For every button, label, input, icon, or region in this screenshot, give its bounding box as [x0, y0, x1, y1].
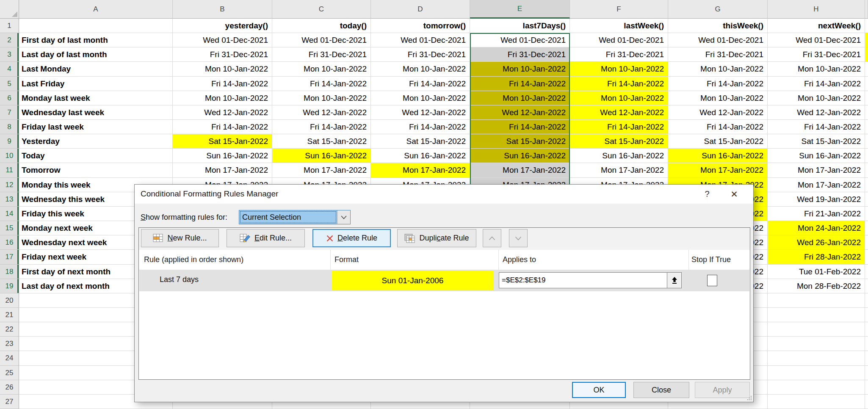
cell-C1[interactable]: today() — [272, 19, 371, 33]
row-header-18[interactable]: 18 — [0, 265, 19, 279]
cell-I13[interactable] — [865, 192, 868, 207]
cell-C9[interactable]: Sat 15-Jan-2022 — [272, 134, 371, 149]
row-header-6[interactable]: 6 — [0, 91, 19, 105]
row-header-17[interactable]: 17 — [0, 250, 19, 265]
collapse-dialog-icon[interactable] — [667, 272, 682, 288]
cell-D8[interactable]: Fri 14-Jan-2022 — [371, 120, 470, 134]
cell-H8[interactable]: Fri 14-Jan-2022 — [768, 120, 865, 134]
cell-B6[interactable]: Mon 10-Jan-2022 — [173, 91, 272, 105]
cell-I25[interactable] — [865, 366, 868, 380]
cell-C10[interactable]: Sun 16-Jan-2022 — [272, 149, 371, 163]
column-header-A[interactable]: A — [19, 0, 173, 19]
cell-H21[interactable] — [768, 308, 865, 322]
cell-F10[interactable]: Sun 16-Jan-2022 — [570, 149, 668, 163]
cell-H16[interactable]: Wed 26-Jan-2022 — [768, 235, 865, 250]
delete-rule-button[interactable]: Delete Rule — [312, 229, 391, 247]
column-header-D[interactable]: D — [371, 0, 470, 19]
row-header-26[interactable]: 26 — [0, 380, 19, 395]
row-header-27[interactable]: 27 — [0, 395, 19, 409]
cell-I21[interactable] — [865, 308, 868, 322]
cell-I15[interactable] — [865, 221, 868, 235]
cell-I24[interactable] — [865, 351, 868, 366]
cell-E2[interactable]: Wed 01-Dec-2021 — [470, 33, 570, 47]
cell-H26[interactable] — [768, 380, 865, 395]
row-header-15[interactable]: 15 — [0, 221, 19, 235]
cell-E5[interactable]: Fri 14-Jan-2022 — [470, 77, 570, 91]
cell-I18[interactable] — [865, 265, 868, 279]
row-header-11[interactable]: 11 — [0, 163, 19, 178]
cell-A10[interactable]: Today — [19, 149, 173, 163]
column-header-H[interactable]: H — [768, 0, 865, 19]
close-button[interactable]: Close — [633, 382, 689, 398]
cell-G1[interactable]: thisWeek() — [668, 19, 768, 33]
cell-E9[interactable]: Sat 15-Jan-2022 — [470, 134, 570, 149]
cell-B2[interactable]: Wed 01-Dec-2021 — [173, 33, 272, 47]
cell-H10[interactable]: Sun 16-Jan-2022 — [768, 149, 865, 163]
cell-H22[interactable] — [768, 322, 865, 337]
row-header-5[interactable]: 5 — [0, 77, 19, 91]
cell-I1[interactable] — [865, 19, 868, 33]
column-header-E[interactable]: E — [470, 0, 570, 19]
cell-H3[interactable]: Fri 31-Dec-2021 — [768, 47, 865, 62]
row-header-7[interactable]: 7 — [0, 105, 19, 120]
cell-I16[interactable] — [865, 235, 868, 250]
select-all-corner[interactable] — [0, 0, 19, 19]
cell-H2[interactable]: Wed 01-Dec-2021 — [768, 33, 865, 47]
help-icon[interactable]: ? — [697, 185, 717, 204]
column-header-G[interactable]: G — [668, 0, 768, 19]
cell-E8[interactable]: Fri 14-Jan-2022 — [470, 120, 570, 134]
cell-G5[interactable]: Fri 14-Jan-2022 — [668, 77, 768, 91]
cell-I20[interactable] — [865, 293, 868, 308]
cell-H13[interactable]: Wed 19-Jan-2022 — [768, 192, 865, 207]
cell-E6[interactable]: Mon 10-Jan-2022 — [470, 91, 570, 105]
cell-D10[interactable]: Sun 16-Jan-2022 — [371, 149, 470, 163]
resize-grip[interactable] — [746, 395, 752, 401]
cell-A5[interactable]: Last Friday — [19, 77, 173, 91]
applies-to-input[interactable] — [499, 272, 667, 288]
cell-D9[interactable]: Sat 15-Jan-2022 — [371, 134, 470, 149]
cell-C3[interactable]: Fri 31-Dec-2021 — [272, 47, 371, 62]
row-header-13[interactable]: 13 — [0, 192, 19, 207]
row-header-22[interactable]: 22 — [0, 322, 19, 337]
cell-H15[interactable]: Mon 24-Jan-2022 — [768, 221, 865, 235]
cell-B3[interactable]: Fri 31-Dec-2021 — [173, 47, 272, 62]
cell-F1[interactable]: lastWeek() — [570, 19, 668, 33]
column-header-C[interactable]: C — [272, 0, 371, 19]
ok-button[interactable]: OK — [572, 382, 626, 398]
row-header-1[interactable]: 1 — [0, 19, 19, 33]
cell-E3[interactable]: Fri 31-Dec-2021 — [470, 47, 570, 62]
row-header-19[interactable]: 19 — [0, 279, 19, 293]
column-header-F[interactable]: F — [570, 0, 668, 19]
cell-F5[interactable]: Fri 14-Jan-2022 — [570, 77, 668, 91]
edit-rule-button[interactable]: Edit Rule... — [227, 229, 305, 247]
cell-I7[interactable] — [865, 105, 868, 120]
cell-D2[interactable]: Wed 01-Dec-2021 — [371, 33, 470, 47]
cell-C11[interactable]: Mon 17-Jan-2022 — [272, 163, 371, 178]
cell-H11[interactable]: Mon 17-Jan-2022 — [768, 163, 865, 178]
chevron-down-icon[interactable] — [337, 210, 350, 224]
cell-I26[interactable] — [865, 380, 868, 395]
cell-F4[interactable]: Mon 10-Jan-2022 — [570, 62, 668, 77]
cell-H25[interactable] — [768, 366, 865, 380]
cell-A1[interactable] — [19, 19, 173, 33]
cell-B8[interactable]: Fri 14-Jan-2022 — [173, 120, 272, 134]
cell-I2[interactable] — [865, 33, 868, 47]
cell-G8[interactable]: Fri 14-Jan-2022 — [668, 120, 768, 134]
new-rule-button[interactable]: New Rule... — [141, 229, 219, 247]
cell-A8[interactable]: Friday last week — [19, 120, 173, 134]
cell-B7[interactable]: Wed 12-Jan-2022 — [173, 105, 272, 120]
row-header-14[interactable]: 14 — [0, 207, 19, 221]
cell-D4[interactable]: Mon 10-Jan-2022 — [371, 62, 470, 77]
cell-A9[interactable]: Yesterday — [19, 134, 173, 149]
cell-G2[interactable]: Wed 01-Dec-2021 — [668, 33, 768, 47]
cell-I8[interactable] — [865, 120, 868, 134]
row-header-20[interactable]: 20 — [0, 293, 19, 308]
cell-I22[interactable] — [865, 322, 868, 337]
cell-B1[interactable]: yesterday() — [173, 19, 272, 33]
cell-B11[interactable]: Mon 17-Jan-2022 — [173, 163, 272, 178]
cell-A6[interactable]: Monday last week — [19, 91, 173, 105]
cell-H24[interactable] — [768, 351, 865, 366]
cell-E7[interactable]: Wed 12-Jan-2022 — [470, 105, 570, 120]
cell-H9[interactable]: Sat 15-Jan-2022 — [768, 134, 865, 149]
cell-G7[interactable]: Wed 12-Jan-2022 — [668, 105, 768, 120]
